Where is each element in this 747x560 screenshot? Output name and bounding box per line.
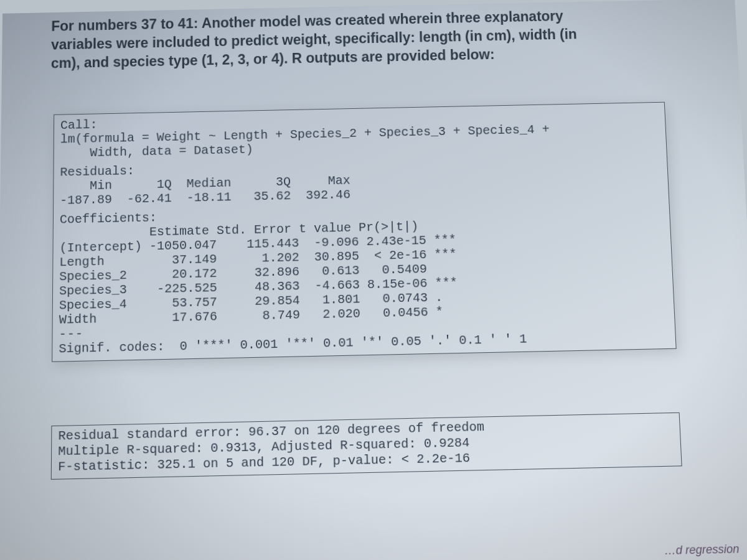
footer-fragment: …d regression [664, 543, 740, 558]
r-output-box: Call: lm(formula = Weight ~ Length + Spe… [52, 102, 676, 362]
page-photo: For numbers 37 to 41: Another model was … [0, 0, 747, 560]
model-stats-box: Residual standard error: 96.37 on 120 de… [51, 413, 682, 480]
question-intro: For numbers 37 to 41: Another model was … [51, 4, 726, 73]
